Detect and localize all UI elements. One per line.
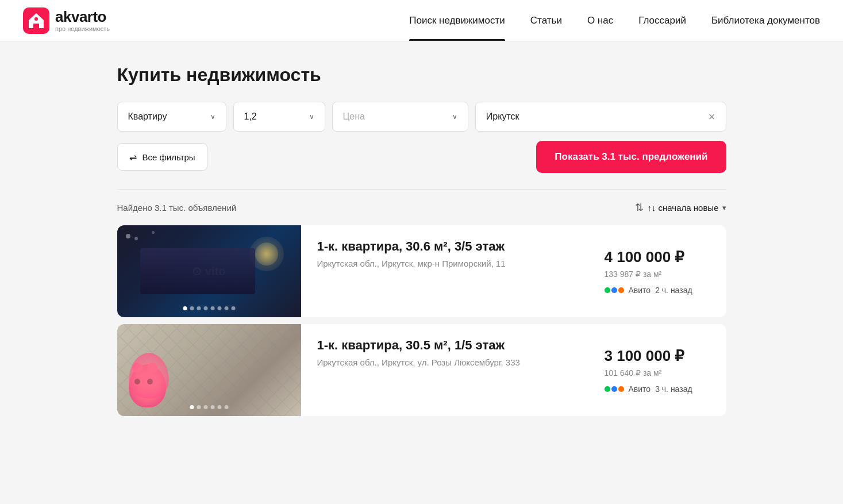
rooms-chevron-icon: ∨	[309, 113, 314, 121]
listing-info-2: 1-к. квартира, 30.5 м², 1/5 этаж Иркутск…	[301, 324, 588, 416]
listing-source-2: Авито 3 ч. назад	[605, 384, 710, 394]
dot	[190, 405, 194, 409]
sort-label: ↑↓ сначала новые	[647, 203, 718, 213]
listing-title-2: 1-к. квартира, 30.5 м², 1/5 этаж	[317, 338, 572, 353]
dot	[203, 405, 207, 409]
rooms-label: 1,2	[244, 111, 257, 122]
nav-item-search[interactable]: Поиск недвижимости	[409, 0, 505, 41]
price-placeholder: Цена	[343, 111, 365, 122]
listing-address-2: Иркутская обл., Иркутск, ул. Розы Люксем…	[317, 357, 572, 367]
logo[interactable]: akvarto про недвижимость	[23, 7, 110, 34]
avito-dot-orange	[618, 386, 624, 392]
listing-time-2: 3 ч. назад	[655, 384, 692, 394]
avito-dot-blue	[611, 386, 617, 392]
dot	[217, 306, 221, 310]
avito-dot-green	[605, 287, 610, 293]
listing-address-1: Иркутская обл., Иркутск, мкр-н Приморски…	[317, 259, 572, 268]
divider	[117, 189, 726, 190]
listing-title-1: 1-к. квартира, 30.6 м², 3/5 этаж	[317, 239, 572, 254]
listing-source-1: Авито 2 ч. назад	[605, 286, 710, 295]
avito-dot-green	[605, 386, 610, 392]
show-offers-label: Показать 3.1 тыс. предложений	[555, 151, 707, 162]
property-type-label: Квартиру	[128, 111, 167, 122]
filter-icon: ⇌	[129, 152, 137, 163]
avito-logo-1	[605, 287, 624, 293]
show-offers-button[interactable]: Показать 3.1 тыс. предложений	[536, 141, 726, 173]
sort-icon: ⇅	[635, 201, 644, 214]
page-title: Купить недвижимость	[117, 64, 726, 86]
logo-tagline: про недвижимость	[55, 25, 110, 32]
dot	[224, 306, 228, 310]
city-clear-button[interactable]: ×	[709, 110, 715, 124]
dot	[203, 306, 207, 310]
listing-card-2[interactable]: 1-к. квартира, 30.5 м², 1/5 этаж Иркутск…	[117, 324, 726, 416]
dot	[210, 405, 214, 409]
dot	[197, 405, 201, 409]
filters-row: Квартиру ∨ 1,2 ∨ Цена ∨ Иркутск ×	[117, 102, 726, 132]
all-filters-button[interactable]: ⇌ Все фильтры	[117, 143, 207, 171]
dot	[183, 306, 187, 310]
logo-name: akvarto	[55, 9, 110, 24]
image-dots-2	[190, 405, 228, 409]
nav-item-about[interactable]: О нас	[587, 0, 613, 41]
results-count: Найдено 3.1 тыс. объявлений	[117, 203, 237, 213]
action-row: ⇌ Все фильтры Показать 3.1 тыс. предложе…	[117, 141, 726, 173]
rooms-filter[interactable]: 1,2 ∨	[233, 102, 325, 132]
listing-source-name-1: Авито	[629, 286, 651, 295]
listing-price-per-m2-2: 101 640 ₽ за м²	[605, 368, 710, 378]
listing-price-2: 3 100 000 ₽	[605, 347, 710, 365]
dot	[231, 306, 235, 310]
results-info: Найдено 3.1 тыс. объявлений ⇅ ↑↓ сначала…	[117, 201, 726, 214]
logo-text: akvarto про недвижимость	[55, 9, 110, 32]
listing-image-2	[117, 324, 301, 416]
dot	[190, 306, 194, 310]
listing-source-name-2: Авито	[629, 384, 651, 394]
listing-price-area-1: 4 100 000 ₽ 133 987 ₽ за м² Авито 2 ч. н…	[588, 225, 726, 317]
avito-dot-orange	[618, 287, 624, 293]
all-filters-label: Все фильтры	[143, 152, 195, 162]
city-filter[interactable]: Иркутск ×	[475, 102, 726, 132]
price-filter[interactable]: Цена ∨	[332, 102, 468, 132]
listing-price-area-2: 3 100 000 ₽ 101 640 ₽ за м² Авито 3 ч. н…	[588, 324, 726, 416]
listing-price-per-m2-1: 133 987 ₽ за м²	[605, 270, 710, 279]
listing-image-1: ⊙ vito	[117, 225, 301, 317]
listing-card[interactable]: ⊙ vito 1-к. квартира, 30.6 м², 3/5 этаж …	[117, 225, 726, 317]
nav-item-articles[interactable]: Статьи	[530, 0, 562, 41]
main-content: Купить недвижимость Квартиру ∨ 1,2 ∨ Цен…	[106, 41, 738, 416]
property-type-filter[interactable]: Квартиру ∨	[117, 102, 226, 132]
avito-dot-blue	[611, 287, 617, 293]
nav-item-library[interactable]: Библиотека документов	[711, 0, 820, 41]
city-value: Иркутск	[486, 111, 519, 122]
image-dots-1	[183, 306, 235, 310]
dot	[217, 405, 221, 409]
listing-time-1: 2 ч. назад	[655, 286, 692, 295]
property-type-chevron-icon: ∨	[210, 113, 215, 121]
header: akvarto про недвижимость Поиск недвижимо…	[0, 0, 843, 41]
sort-chevron-icon: ▾	[722, 203, 726, 212]
logo-icon	[23, 7, 49, 34]
sort-control[interactable]: ⇅ ↑↓ сначала новые ▾	[635, 201, 726, 214]
nav-item-glossary[interactable]: Глоссарий	[638, 0, 686, 41]
avito-logo-2	[605, 386, 624, 392]
svg-point-1	[34, 17, 38, 21]
listing-price-1: 4 100 000 ₽	[605, 248, 710, 266]
dot	[210, 306, 214, 310]
listing-info-1: 1-к. квартира, 30.6 м², 3/5 этаж Иркутск…	[301, 225, 588, 317]
dot	[224, 405, 228, 409]
dot	[197, 306, 201, 310]
price-chevron-icon: ∨	[452, 113, 457, 121]
main-nav: Поиск недвижимости Статьи О нас Глоссари…	[409, 0, 820, 41]
